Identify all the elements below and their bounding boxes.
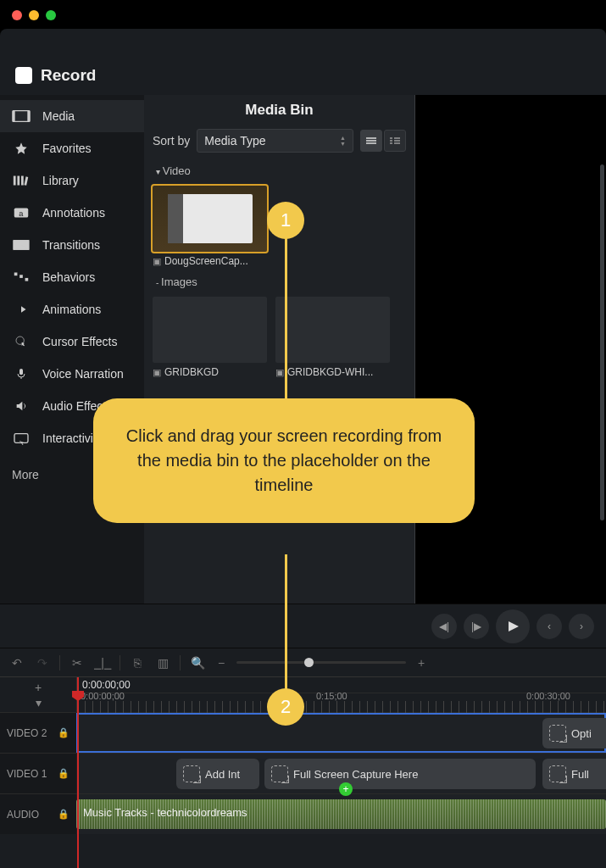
sidebar-item-behaviors[interactable]: Behaviors xyxy=(0,261,144,293)
sidebar-item-annotations[interactable]: a Annotations xyxy=(0,197,144,229)
track-name: AUDIO xyxy=(7,809,39,821)
thumbnail xyxy=(153,186,267,252)
svg-rect-10 xyxy=(19,275,23,278)
sidebar-item-library[interactable]: Library xyxy=(0,164,144,197)
time-ruler[interactable]: 0:00:00;00 0:00:00;00 0:15;00 0:00:30;00 xyxy=(76,677,606,712)
svg-rect-3 xyxy=(14,176,16,186)
add-track-button[interactable]: + xyxy=(35,681,42,694)
media-clip-dougscreencap[interactable]: ▣DougScreenCap... xyxy=(153,186,267,267)
tick-label: 0:15;00 xyxy=(316,691,347,701)
drop-indicator-icon: + xyxy=(339,782,353,796)
copy-button[interactable]: ⎘ xyxy=(129,654,146,671)
maximize-window[interactable] xyxy=(46,10,56,20)
sidebar-label: Favorites xyxy=(42,142,92,155)
redo-button[interactable]: ↷ xyxy=(34,654,51,671)
expand-track-button[interactable]: ▾ xyxy=(36,696,42,709)
step-back-button[interactable]: ‹ xyxy=(537,614,562,639)
svg-rect-2 xyxy=(27,111,30,122)
tick-label: 0:00:00;00 xyxy=(81,691,125,701)
close-window[interactable] xyxy=(12,10,22,20)
play-button[interactable] xyxy=(496,609,530,643)
undo-button[interactable]: ↶ xyxy=(8,654,25,671)
image-name: GRIDBKGD xyxy=(164,366,219,378)
track-body[interactable]: Add Int Full Screen Capture Here Full + xyxy=(76,754,606,793)
view-list-button[interactable] xyxy=(384,130,406,152)
view-grid-button[interactable] xyxy=(360,130,382,152)
image-file-icon: ▣ xyxy=(275,367,284,378)
split-button[interactable]: ⎯|⎯ xyxy=(94,654,111,671)
section-video[interactable]: Video xyxy=(144,159,414,182)
image-name: GRIDBKGD-WHI... xyxy=(287,366,373,378)
clip-name: DougScreenCap... xyxy=(164,255,248,267)
step-forward-button[interactable]: › xyxy=(569,614,594,639)
placeholder-icon xyxy=(549,725,566,742)
clip-full-screen-capture[interactable]: Full Screen Capture Here xyxy=(264,759,536,789)
sidebar: Media Favorites Library a Annotations Tr… xyxy=(0,95,144,604)
library-icon xyxy=(12,174,31,187)
placeholder-icon xyxy=(549,765,566,782)
media-image-gridbkgd-white[interactable]: ▣GRIDBKGD-WHI... xyxy=(275,297,390,378)
track-body[interactable]: Opti xyxy=(76,713,606,753)
clip-optional[interactable]: Opti xyxy=(542,718,606,748)
sidebar-item-transitions[interactable]: Transitions xyxy=(0,229,144,261)
track-controls: + ▾ xyxy=(0,677,76,712)
sidebar-label: Animations xyxy=(42,303,101,316)
timeline-tracks: VIDEO 2🔒 Opti VIDEO 1🔒 Add Int Full Scre… xyxy=(0,712,606,834)
cursor-icon xyxy=(12,335,31,348)
record-bar: Record xyxy=(0,59,606,95)
record-label[interactable]: Record xyxy=(41,66,96,85)
sidebar-item-voice[interactable]: Voice Narration xyxy=(0,358,144,390)
sidebar-item-favorites[interactable]: Favorites xyxy=(0,132,144,164)
separator xyxy=(180,655,181,670)
separator xyxy=(120,655,120,670)
next-frame-button[interactable]: |▶ xyxy=(464,614,489,639)
mic-icon xyxy=(12,367,31,381)
playhead[interactable] xyxy=(77,677,79,868)
timecode-main: 0:00:00;00 xyxy=(82,679,131,691)
track-name: VIDEO 1 xyxy=(7,768,47,780)
sidebar-label: Annotations xyxy=(42,206,105,220)
annotation-icon: a xyxy=(12,206,31,220)
scrollbar[interactable] xyxy=(600,164,604,520)
sidebar-label: Library xyxy=(42,174,79,187)
clip-label: Full xyxy=(571,768,589,781)
paste-button[interactable]: ▥ xyxy=(154,654,171,671)
clip-label: Add Int xyxy=(205,768,240,781)
video-file-icon: ▣ xyxy=(153,256,161,267)
minimize-window[interactable] xyxy=(29,10,39,20)
sidebar-item-media[interactable]: Media xyxy=(0,100,144,132)
lock-icon[interactable]: 🔒 xyxy=(58,768,69,779)
preview-canvas[interactable] xyxy=(415,95,606,604)
svg-rect-14 xyxy=(14,434,28,443)
lock-icon[interactable]: 🔒 xyxy=(58,727,69,738)
audio-clip-label: Music Tracks - technicolordreams xyxy=(83,806,247,819)
sort-value: Media Type xyxy=(204,134,265,147)
record-icon[interactable] xyxy=(15,67,32,84)
svg-rect-6 xyxy=(24,176,28,185)
track-video2: VIDEO 2🔒 Opti xyxy=(0,712,606,753)
lock-icon[interactable]: 🔒 xyxy=(58,809,69,820)
svg-rect-11 xyxy=(25,278,29,281)
tutorial-callout: Click and drag your screen recording fro… xyxy=(93,398,475,523)
track-name: VIDEO 2 xyxy=(7,727,47,739)
zoom-in-button[interactable]: + xyxy=(413,654,430,671)
thumbnail xyxy=(153,297,267,363)
svg-rect-1 xyxy=(13,111,15,122)
step-badge-1: 1 xyxy=(267,202,304,239)
audio-clip[interactable]: Music Tracks - technicolordreams xyxy=(76,799,606,829)
media-image-gridbkgd[interactable]: ▣GRIDBKGD xyxy=(153,297,267,378)
prev-frame-button[interactable]: ◀| xyxy=(431,614,457,639)
zoom-out-button[interactable]: − xyxy=(213,654,230,671)
cut-button[interactable]: ✂ xyxy=(69,654,86,671)
sidebar-item-animations[interactable]: Animations xyxy=(0,293,144,326)
section-images[interactable]: Images xyxy=(144,270,414,293)
sidebar-item-cursor[interactable]: Cursor Effects xyxy=(0,326,144,358)
interactivity-icon xyxy=(12,431,31,445)
zoom-slider[interactable] xyxy=(236,661,406,664)
sidebar-label: Media xyxy=(42,109,75,123)
sort-by-select[interactable]: Media Type ▲▼ xyxy=(197,129,353,153)
track-body[interactable]: Music Tracks - technicolordreams xyxy=(76,794,606,834)
clip-full[interactable]: Full xyxy=(542,759,606,789)
clip-add-intro[interactable]: Add Int xyxy=(176,759,259,789)
placeholder-icon xyxy=(183,765,200,782)
